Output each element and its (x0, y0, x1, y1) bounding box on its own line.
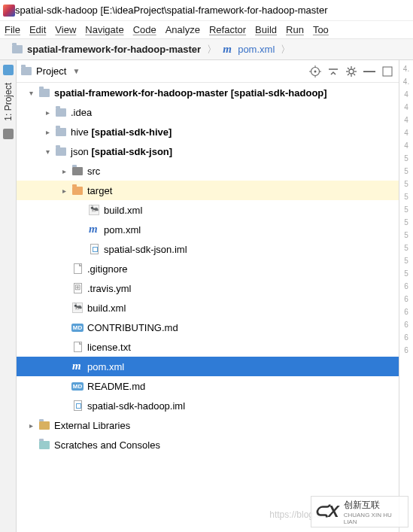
folder-icon (72, 187, 83, 195)
svg-point-1 (314, 70, 317, 72)
watermark-subtext: CHUANG XIN HU LIAN (344, 512, 405, 525)
menu-build[interactable]: Build (255, 24, 277, 35)
folder-icon (39, 89, 50, 97)
file-icon (74, 342, 82, 352)
breadcrumb-root[interactable]: spatial-framework-for-hadoop-master (8, 44, 205, 55)
chevron-right-icon[interactable]: ▸ (59, 167, 69, 175)
maven-icon: m (223, 44, 233, 55)
menu-bar: File Edit View Navigate Code Analyze Ref… (0, 21, 413, 39)
breadcrumb-root-label: spatial-framework-for-hadoop-master (27, 44, 201, 55)
tree-gitignore[interactable]: .gitignore (17, 259, 399, 278)
folder-icon (56, 108, 66, 117)
svg-point-7 (349, 69, 354, 74)
svg-line-12 (348, 68, 349, 69)
tree-travis[interactable]: .travis.yml (17, 278, 399, 298)
ant-icon (89, 205, 99, 215)
folder-icon (56, 147, 66, 156)
menu-view[interactable]: View (55, 24, 76, 35)
more-button[interactable] (381, 65, 394, 78)
svg-line-13 (354, 74, 355, 75)
module-icon (74, 400, 82, 411)
panel-title[interactable]: Project (36, 65, 66, 77)
chevron-right-icon[interactable]: ▸ (26, 421, 36, 430)
watermark-mark: ᙅX (314, 502, 339, 521)
menu-run[interactable]: Run (286, 24, 304, 35)
folder-icon (12, 45, 23, 53)
svg-line-15 (354, 68, 355, 69)
tree-pom[interactable]: m pom.xml (17, 357, 399, 376)
gear-icon[interactable] (345, 65, 358, 78)
svg-rect-16 (383, 67, 392, 76)
window-title: spatial-sdk-hadoop [E:\ideaProject\spati… (15, 5, 327, 16)
folder-icon (56, 128, 66, 136)
tree-external-libraries[interactable]: ▸ External Libraries (17, 415, 399, 435)
project-tool-tab[interactable]: 1: Project (3, 80, 14, 124)
watermark-text: 创新互联 (344, 499, 405, 512)
project-panel: Project ▼ — ▾ spatial-framework-for-h (17, 60, 399, 532)
module-icon (90, 244, 99, 254)
tree-contributing[interactable]: MD CONTRIBUTING.md (17, 318, 399, 337)
breadcrumb-pom[interactable]: m pom.xml (218, 44, 279, 55)
markdown-icon: MD (71, 324, 84, 332)
structure-tool-icon[interactable] (3, 129, 14, 139)
menu-navigate[interactable]: Navigate (85, 24, 123, 35)
markdown-icon: MD (71, 382, 84, 391)
select-opened-file-button[interactable] (308, 65, 322, 78)
project-tool-icon[interactable] (3, 65, 14, 75)
tree-src[interactable]: ▸ src (17, 161, 399, 181)
chevron-right-icon: 〉 (205, 43, 218, 56)
breadcrumb-pom-label: pom.xml (238, 44, 275, 55)
menu-tools[interactable]: Too (313, 24, 329, 35)
menu-edit[interactable]: Edit (29, 24, 46, 35)
collapse-all-button[interactable] (326, 65, 340, 78)
navigation-bar: spatial-framework-for-hadoop-master 〉 m … (0, 39, 413, 60)
folder-icon (21, 67, 32, 75)
tree-json[interactable]: ▾ json [spatial-sdk-json] (17, 141, 399, 161)
svg-line-14 (348, 74, 349, 75)
yml-icon (74, 283, 82, 293)
tree-idea[interactable]: ▸ .idea (17, 102, 399, 122)
maven-icon: m (72, 361, 83, 372)
project-tree[interactable]: ▾ spatial-framework-for-hadoop-master [s… (17, 83, 399, 532)
tree-root-iml[interactable]: spatial-sdk-hadoop.iml (17, 396, 399, 415)
tree-hive[interactable]: ▸ hive [spatial-sdk-hive] (17, 122, 399, 141)
tree-build[interactable]: build.xml (17, 298, 399, 318)
file-icon (74, 263, 82, 274)
tree-license[interactable]: license.txt (17, 337, 399, 357)
chevron-down-icon[interactable]: ▼ (72, 67, 80, 75)
tree-json-build[interactable]: build.xml (17, 200, 399, 220)
watermark-logo: ᙅX 创新互联 CHUANG XIN HU LIAN (311, 496, 408, 527)
library-icon (39, 421, 50, 430)
menu-code[interactable]: Code (133, 24, 156, 35)
tree-json-pom[interactable]: m pom.xml (17, 220, 399, 239)
intellij-icon (3, 5, 15, 17)
tool-window-stripe: 1: Project (0, 60, 17, 532)
hide-button[interactable]: — (363, 65, 376, 78)
tree-scratches[interactable]: Scratches and Consoles (17, 435, 399, 454)
chevron-right-icon: 〉 (279, 43, 292, 56)
tree-readme[interactable]: MD README.md (17, 376, 399, 396)
menu-analyze[interactable]: Analyze (166, 24, 200, 35)
menu-file[interactable]: File (5, 24, 20, 35)
tree-target[interactable]: ▸ target (17, 181, 399, 200)
chevron-right-icon[interactable]: ▸ (42, 108, 53, 117)
chevron-right-icon[interactable]: ▸ (59, 187, 69, 195)
chevron-down-icon[interactable]: ▾ (26, 89, 36, 97)
tree-json-iml[interactable]: spatial-sdk-json.iml (17, 239, 399, 259)
panel-header: Project ▼ — (17, 60, 399, 83)
chevron-down-icon[interactable]: ▾ (42, 147, 53, 156)
tree-root-label: spatial-framework-for-hadoop-master (54, 87, 228, 99)
tree-root[interactable]: ▾ spatial-framework-for-hadoop-master [s… (17, 83, 399, 102)
chevron-right-icon[interactable]: ▸ (42, 128, 53, 136)
menu-refactor[interactable]: Refactor (209, 24, 246, 35)
window-titlebar: spatial-sdk-hadoop [E:\ideaProject\spati… (0, 0, 413, 21)
scratches-icon (39, 441, 50, 449)
editor-gutter: 4. 4. 4 4 4 4 4 5 5 5 5 5 5 5 5 5 5 6 6 … (399, 60, 413, 532)
maven-icon: m (89, 224, 99, 235)
folder-icon (72, 167, 83, 175)
ant-icon (72, 302, 83, 313)
